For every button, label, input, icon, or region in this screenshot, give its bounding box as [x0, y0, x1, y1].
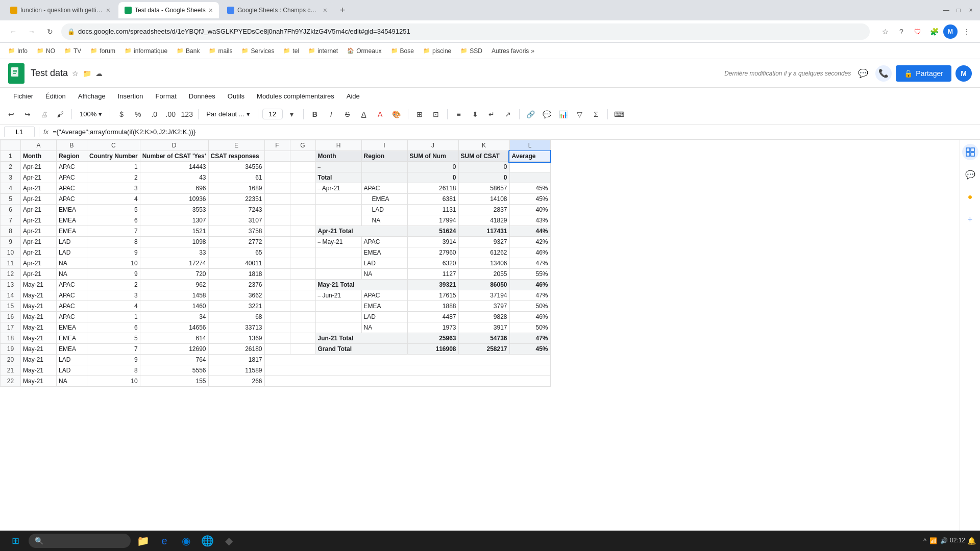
cell-B15[interactable]: APAC [57, 301, 87, 312]
cell-F15[interactable] [264, 301, 290, 312]
bookmark-internet[interactable]: 📁internet [304, 46, 342, 56]
cell-F19[interactable] [264, 344, 290, 355]
menu-fichier[interactable]: Fichier [8, 90, 38, 102]
cell-E14[interactable]: 3662 [208, 290, 264, 301]
pivot-cell-I3[interactable] [361, 172, 407, 183]
accessibility-button[interactable]: ⌨ [612, 107, 626, 121]
browser-tab-1[interactable]: function - question with getting × [4, 2, 116, 18]
menu-affichage[interactable]: Affichage [73, 90, 111, 102]
browser-shield-icon[interactable]: 🛡 [911, 24, 925, 39]
cell-C22[interactable]: 10 [87, 376, 140, 387]
percent-button[interactable]: % [131, 107, 145, 121]
col-header-G[interactable]: G [290, 140, 315, 151]
pivot-cell-L12[interactable]: 55% [509, 269, 550, 280]
redo-button[interactable]: ↪ [20, 107, 35, 121]
close-button[interactable]: × [966, 5, 976, 15]
pivot-cell-H17[interactable] [315, 322, 361, 333]
url-bar[interactable]: 🔒 docs.google.com/spreadsheets/d/1eYBQfJ… [61, 23, 870, 40]
strikethrough-button[interactable]: S [340, 107, 355, 121]
pivot-cell-H19[interactable]: Grand Total [315, 344, 407, 355]
cell-B20[interactable]: LAD [57, 355, 87, 365]
cell-B3[interactable]: APAC [57, 172, 87, 183]
taskbar-time[interactable]: 02:12 [950, 537, 965, 545]
cell-F14[interactable] [264, 290, 290, 301]
cell-B17[interactable]: EMEA [57, 322, 87, 333]
pivot-cell-K14[interactable]: 37194 [458, 290, 509, 301]
cell-G5[interactable] [290, 194, 315, 205]
cell-D13[interactable]: 962 [140, 280, 208, 290]
cell-D4[interactable]: 696 [140, 183, 208, 194]
taskbar-app-edge[interactable]: ◉ [176, 531, 196, 551]
cell-F11[interactable] [264, 258, 290, 269]
cell-C19[interactable]: 7 [87, 344, 140, 355]
cell-L1[interactable]: Average [509, 151, 550, 162]
menu-insertion[interactable]: Insertion [113, 90, 149, 102]
cell-D19[interactable]: 12690 [140, 344, 208, 355]
pivot-cell-K4[interactable]: 58657 [458, 183, 509, 194]
cell-C18[interactable]: 5 [87, 333, 140, 344]
taskbar-app-chrome[interactable]: 🌐 [197, 531, 217, 551]
pivot-cell-I10[interactable]: EMEA [361, 247, 407, 258]
cell-D20[interactable]: 764 [140, 355, 208, 365]
cell-A3[interactable]: Apr-21 [21, 172, 57, 183]
bookmark-tel[interactable]: 📁tel [279, 46, 303, 56]
collapse-icon2[interactable]: – [318, 186, 321, 191]
cell-A19[interactable]: May-21 [21, 344, 57, 355]
wrap-button[interactable]: ↵ [484, 107, 499, 121]
sidebar-chat-icon[interactable]: 💬 [962, 166, 978, 183]
menu-modules[interactable]: Modules complémentaires [252, 90, 339, 102]
bookmark-ssd[interactable]: 📁SSD [456, 46, 486, 56]
pivot-cell-J8[interactable]: 51624 [407, 226, 458, 237]
cell-G3[interactable] [290, 172, 315, 183]
function-button[interactable]: Σ [589, 107, 603, 121]
pivot-cell-K5[interactable]: 14108 [458, 194, 509, 205]
pivot-cell-I6[interactable]: LAD [361, 205, 407, 215]
col-header-I[interactable]: I [361, 140, 407, 151]
cell-C11[interactable]: 10 [87, 258, 140, 269]
pivot-cell-L14[interactable]: 47% [509, 290, 550, 301]
pivot-cell-J14[interactable]: 17615 [407, 290, 458, 301]
cell-C12[interactable]: 9 [87, 269, 140, 280]
pivot-cell-L5[interactable]: 45% [509, 194, 550, 205]
pivot-cell-H7[interactable] [315, 215, 361, 226]
cell-C15[interactable]: 4 [87, 301, 140, 312]
taskbar-volume-icon[interactable]: 🔊 [940, 537, 948, 544]
col-header-C[interactable]: C [87, 140, 140, 151]
cell-D11[interactable]: 17274 [140, 258, 208, 269]
cell-G15[interactable] [290, 301, 315, 312]
pivot-cell-L15[interactable]: 50% [509, 301, 550, 312]
cell-F10[interactable] [264, 247, 290, 258]
cell-B16[interactable]: APAC [57, 312, 87, 322]
pivot-cell-L8[interactable]: 44% [509, 226, 550, 237]
pivot-cell-H2[interactable]: – [315, 162, 361, 172]
formula-input[interactable] [53, 128, 976, 136]
bookmark-services[interactable]: 📁Services [237, 46, 278, 56]
cell-A9[interactable]: Apr-21 [21, 237, 57, 247]
pivot-cell-H15[interactable] [315, 301, 361, 312]
font-size-chevron[interactable]: ▾ [285, 107, 299, 121]
more-formats-button[interactable]: 123 [180, 107, 194, 121]
maximize-button[interactable]: □ [953, 5, 964, 15]
paint-format-button[interactable]: 🖌 [53, 107, 67, 121]
cell-E21[interactable]: 11589 [208, 365, 264, 376]
cell-D5[interactable]: 10936 [140, 194, 208, 205]
bookmark-bose[interactable]: 📁Bose [387, 46, 418, 56]
cell-G9[interactable] [290, 237, 315, 247]
pivot-cell-L4[interactable]: 45% [509, 183, 550, 194]
tab1-close[interactable]: × [106, 6, 110, 14]
collapse-icon4[interactable]: – [318, 293, 321, 298]
pivot-cell-J6[interactable]: 1131 [407, 205, 458, 215]
col-header-A[interactable]: A [21, 140, 57, 151]
cell-F7[interactable] [264, 215, 290, 226]
cell-C14[interactable]: 3 [87, 290, 140, 301]
minimize-button[interactable]: — [941, 5, 951, 15]
pivot-cell-L3[interactable] [509, 172, 550, 183]
bookmark-forum[interactable]: 📁forum [86, 46, 119, 56]
cell-F16[interactable] [264, 312, 290, 322]
pivot-cell-H5[interactable] [315, 194, 361, 205]
cell-A17[interactable]: May-21 [21, 322, 57, 333]
taskbar-app-file-explorer[interactable]: 📁 [133, 531, 153, 551]
pivot-cell-J17[interactable]: 1973 [407, 322, 458, 333]
cell-G17[interactable] [290, 322, 315, 333]
cell-G1[interactable] [290, 151, 315, 162]
